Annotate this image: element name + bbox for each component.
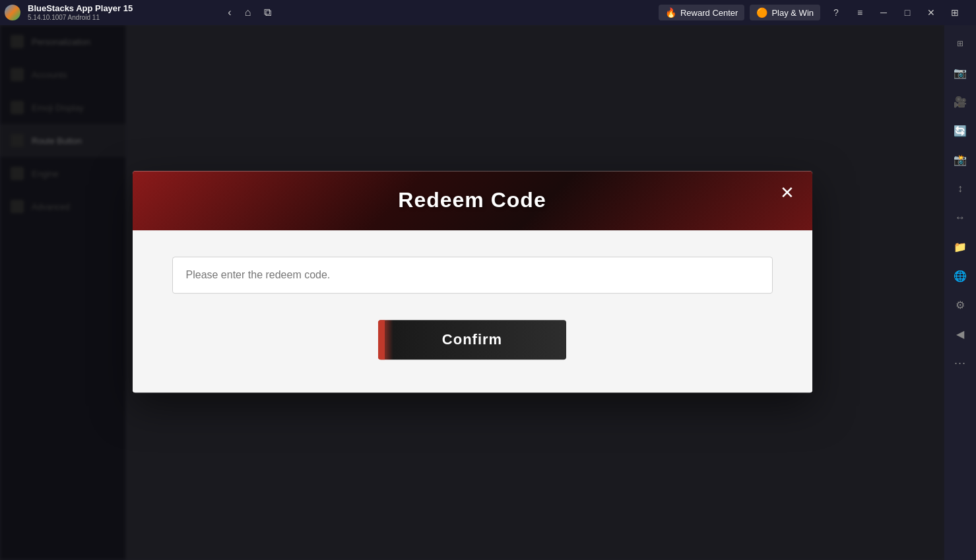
window-controls: ? ≡ ─ □ ✕ ⊞	[826, 2, 965, 23]
sidebar-resize-v-icon[interactable]: ↕	[947, 175, 973, 202]
app-info: BlueStacks App Player 15 5.14.10.1007 An…	[25, 3, 214, 22]
confirm-button[interactable]: Confirm	[378, 320, 566, 359]
app-version: 5.14.10.1007 Android 11	[28, 14, 214, 22]
back-button[interactable]: ‹	[225, 4, 234, 21]
main-content: Personalization Accounts Emoji Display R…	[0, 25, 944, 560]
menu-button[interactable]: ≡	[849, 2, 870, 23]
sidebar-screenshot-icon[interactable]: 📷	[947, 59, 973, 86]
dialog-close-button[interactable]: ✕	[775, 181, 799, 205]
sidebar-resize-h-icon[interactable]: ↔	[947, 204, 973, 231]
sidebar-more-icon[interactable]: ···	[947, 350, 973, 376]
confirm-button-text: Confirm	[378, 331, 566, 348]
tabs-button[interactable]: ⧉	[261, 4, 274, 21]
nav-buttons: ‹ ⌂ ⧉	[214, 4, 284, 21]
redeem-dialog: Redeem Code ✕ Confirm	[133, 171, 812, 392]
close-button[interactable]: ✕	[921, 2, 942, 23]
app-logo	[0, 0, 25, 25]
sidebar-files-icon[interactable]: 📁	[947, 233, 973, 260]
maximize-button[interactable]: □	[897, 2, 918, 23]
reward-icon: 🔥	[665, 7, 676, 18]
sidebar-network-icon[interactable]: 🌐	[947, 263, 973, 289]
sidebar-collapse-icon[interactable]: ◀	[947, 321, 973, 347]
snap-button[interactable]: ⊞	[944, 2, 965, 23]
home-button[interactable]: ⌂	[242, 4, 254, 21]
right-sidebar: ⊞ 📷 🎥 🔄 📸 ↕ ↔ 📁 🌐 ⚙ ◀ ···	[944, 25, 976, 560]
reward-center-button[interactable]: 🔥 Reward Center	[659, 5, 744, 20]
title-bar: BlueStacks App Player 15 5.14.10.1007 An…	[0, 0, 976, 25]
sidebar-camera-icon[interactable]: 📸	[947, 146, 973, 173]
play-win-icon: 🟠	[756, 7, 767, 18]
title-bar-right: 🔥 Reward Center 🟠 Play & Win ? ≡ ─ □ ✕ ⊞	[659, 2, 976, 23]
sidebar-expand-icon[interactable]: ⊞	[947, 30, 973, 57]
help-button[interactable]: ?	[826, 2, 847, 23]
sidebar-record-icon[interactable]: 🎥	[947, 88, 973, 115]
play-win-label: Play & Win	[771, 8, 814, 18]
dialog-body: Confirm	[133, 230, 812, 392]
sidebar-rotate-icon[interactable]: 🔄	[947, 117, 973, 144]
dialog-title: Redeem Code	[398, 188, 546, 212]
play-win-button[interactable]: 🟠 Play & Win	[750, 5, 820, 20]
redeem-code-input[interactable]	[172, 257, 773, 294]
logo-circle	[5, 5, 20, 20]
confirm-button-red-bar	[378, 320, 385, 359]
minimize-button[interactable]: ─	[873, 2, 894, 23]
reward-center-label: Reward Center	[680, 8, 738, 18]
app-name: BlueStacks App Player 15	[28, 3, 214, 14]
dialog-header: Redeem Code ✕	[133, 171, 812, 230]
sidebar-settings-icon[interactable]: ⚙	[947, 292, 973, 318]
